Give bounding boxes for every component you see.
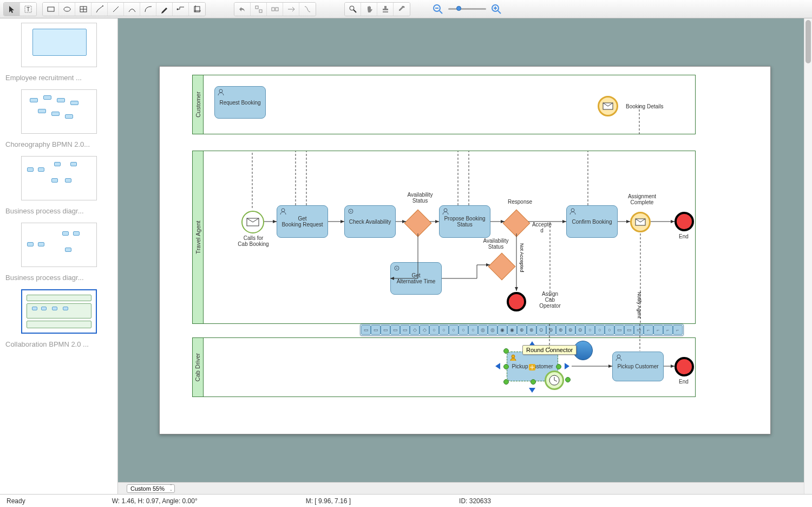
shape-option[interactable]: ▭	[390, 325, 400, 335]
svg-point-17	[350, 6, 354, 10]
line-tool[interactable]	[108, 3, 124, 16]
shape-option[interactable]: ▭	[371, 325, 381, 335]
shape-option[interactable]: ▭	[381, 325, 390, 335]
task-get-booking-request[interactable]: Get Booking Request	[277, 205, 328, 238]
event-end[interactable]	[675, 357, 694, 376]
shape-option[interactable]: ▭	[634, 325, 644, 335]
envelope-icon	[603, 102, 613, 110]
gateway[interactable]	[404, 210, 432, 237]
zoom-tool[interactable]	[345, 3, 361, 16]
svg-rect-14	[259, 10, 262, 12]
shape-option[interactable]: ○	[585, 325, 595, 335]
pool-customer[interactable]: Customer Request Booking Booking Details	[192, 75, 696, 134]
pool-cab-driver[interactable]: Cab Driver Pickup Customer	[192, 337, 696, 397]
task-confirm-booking[interactable]: Confirm Booking	[566, 205, 618, 238]
event-end[interactable]	[675, 212, 694, 231]
event-message[interactable]	[598, 96, 618, 116]
shape-option[interactable]: ◉	[497, 325, 507, 335]
shape-option[interactable]: ◎	[478, 325, 488, 335]
shape-option[interactable]: ○	[595, 325, 605, 335]
shape-option[interactable]: ⌐	[663, 325, 673, 335]
shape-option[interactable]: ○	[459, 325, 468, 335]
shape-option[interactable]: ○	[605, 325, 614, 335]
svg-rect-15	[272, 8, 274, 11]
canvas-area: Customer Request Booking Booking Details…	[118, 18, 812, 494]
flow-free-button[interactable]	[299, 3, 316, 16]
shape-option[interactable]: ⊛	[556, 325, 566, 335]
eyedropper-tool[interactable]	[394, 3, 410, 16]
lane-label: Travel Agent	[193, 151, 204, 323]
zoom-in-icon[interactable]	[490, 3, 502, 15]
curve-tool[interactable]	[124, 3, 140, 16]
shape-option[interactable]: ◎	[488, 325, 497, 335]
shape-option[interactable]: ⊚	[546, 325, 556, 335]
shape-option[interactable]: ⌐	[653, 325, 663, 335]
zoom-out-icon[interactable]	[432, 3, 444, 15]
thumbnail-item[interactable]: Business process diagr...	[5, 223, 112, 283]
vertical-scrollbar[interactable]	[804, 18, 812, 494]
callout-tool[interactable]	[91, 3, 108, 16]
ellipse-tool[interactable]	[59, 3, 75, 16]
arc-tool[interactable]	[140, 3, 156, 16]
align-v-button[interactable]	[267, 3, 283, 16]
shape-option[interactable]: ○	[439, 325, 449, 335]
pool-travel-agent[interactable]: Travel Agent Calls for Cab Booking Get B…	[192, 151, 696, 324]
event-timer[interactable]	[545, 370, 564, 390]
thumbnail-item[interactable]: Choreography BPMN 2.0...	[5, 89, 112, 150]
task-request-booking[interactable]: Request Booking	[214, 86, 266, 119]
shape-option[interactable]: ⊙	[536, 325, 546, 335]
zoom-slider[interactable]	[448, 8, 486, 10]
shape-option[interactable]: ◉	[507, 325, 517, 335]
shape-option[interactable]: ○	[449, 325, 459, 335]
task-get-alt-time[interactable]: Get Alternative Time	[390, 262, 442, 295]
flow-h-button[interactable]	[283, 3, 299, 16]
shape-option[interactable]: ⊝	[575, 325, 585, 335]
label: Availability Status	[480, 238, 512, 250]
task-propose-booking[interactable]: Propose Booking Status	[439, 205, 490, 238]
shape-option[interactable]: ◇	[420, 325, 429, 335]
event-start[interactable]	[241, 211, 264, 233]
shape-option[interactable]: ⊕	[517, 325, 527, 335]
pencil-tool[interactable]	[156, 3, 173, 16]
shape-option[interactable]: ○	[429, 325, 439, 335]
shape-option[interactable]: ▭	[624, 325, 634, 335]
undo-button[interactable]	[234, 3, 251, 16]
svg-rect-2	[48, 7, 54, 11]
shape-option[interactable]: ◇	[410, 325, 420, 335]
main-toolbar: T	[0, 0, 812, 18]
svg-point-32	[444, 209, 447, 212]
shape-option[interactable]: ⌐	[644, 325, 653, 335]
thumbnail-item[interactable]: Employee recruitment ...	[5, 23, 112, 83]
task-check-availability[interactable]: Check Availability	[344, 205, 396, 238]
tooltip: Round Connector	[522, 345, 577, 355]
task-pickup-customer[interactable]: Pickup Customer	[612, 352, 664, 381]
text-select-tool[interactable]: T	[20, 3, 36, 16]
stamp-tool[interactable]	[377, 3, 394, 16]
shape-option[interactable]: ▭	[400, 325, 410, 335]
gateway[interactable]	[488, 253, 516, 281]
shape-option[interactable]: ⊜	[566, 325, 575, 335]
thumbnail-item[interactable]: Collaboration BPMN 2.0 ...	[5, 289, 112, 349]
svg-point-53	[617, 355, 620, 358]
align-h-button[interactable]	[251, 3, 267, 16]
pointer-tool[interactable]	[4, 3, 20, 16]
crop-tool[interactable]	[189, 3, 205, 16]
shape-option[interactable]: ▭	[361, 325, 371, 335]
shape-option[interactable]: ○	[468, 325, 478, 335]
diagram-page[interactable]: Customer Request Booking Booking Details…	[159, 66, 771, 434]
shape-option[interactable]: ▭	[614, 325, 624, 335]
connector-tool[interactable]	[173, 3, 189, 16]
event-end[interactable]	[507, 292, 526, 311]
shape-option[interactable]: ⌐	[673, 325, 683, 335]
zoom-level-select[interactable]: Custom 55%	[127, 484, 175, 493]
thumbnail-item[interactable]: Business process diagr...	[5, 156, 112, 216]
event-message[interactable]	[630, 212, 651, 232]
gateway[interactable]	[503, 210, 531, 237]
hand-tool[interactable]	[361, 3, 377, 16]
status-ready: Ready	[6, 497, 25, 505]
rect-tool[interactable]	[43, 3, 59, 16]
clock-icon	[548, 374, 560, 386]
table-tool[interactable]	[75, 3, 91, 16]
shape-option[interactable]: ⊗	[527, 325, 536, 335]
shape-quick-toolbar[interactable]: ▭▭▭▭▭◇◇○○○○○◎◎◉◉⊕⊗⊙⊚⊛⊜⊝○○○▭▭▭⌐⌐⌐⌐	[360, 324, 684, 336]
